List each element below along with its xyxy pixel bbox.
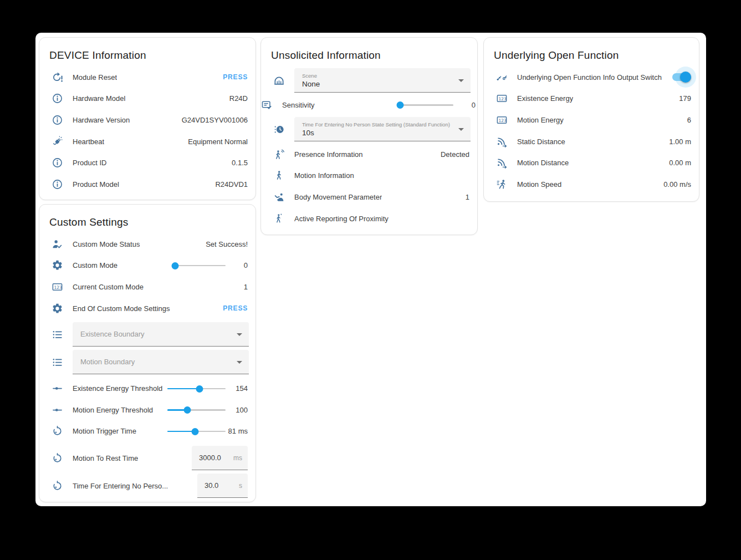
presence-information-label: Presence Information (294, 150, 363, 159)
existence-energy-threshold-row: Existence Energy Threshold 154 (52, 378, 248, 399)
no-person-time-input[interactable]: 30.0 s (197, 474, 248, 498)
existence-energy-threshold-label: Existence Energy Threshold (73, 384, 162, 393)
device-row-hardware-model: Hardware Model R24D (52, 88, 248, 110)
existence-energy-label: Existence Energy (517, 94, 573, 103)
motion-trigger-time-label: Motion Trigger Time (73, 427, 136, 435)
no-person-time-unit: s (239, 482, 242, 490)
body-movement-parameter-label: Body Movement Parameter (294, 193, 382, 201)
static-distance-row: Static Distance 1.00 m (496, 131, 691, 152)
heartbeat-value: Equipment Normal (183, 138, 248, 146)
sensitivity-slider-thumb[interactable] (397, 101, 404, 109)
motion-speed-row: Motion Speed 0.00 m/s (496, 174, 691, 195)
scene-arch-icon (273, 75, 285, 86)
custom-mode-label: Custom Mode (73, 261, 117, 269)
walk-waves-icon (273, 149, 285, 160)
chevron-down-icon (237, 361, 242, 364)
device-row-module-reset: Module Reset PRESS (52, 67, 248, 88)
scene-select-value: None (302, 80, 453, 88)
custom-settings-card: Custom Settings Custom Mode Status Set S… (39, 204, 256, 502)
motion-trigger-time-thumb[interactable] (192, 428, 199, 435)
motion-energy-row: Motion Energy 6 (496, 109, 691, 131)
end-custom-mode-row: End Of Custom Mode Settings PRESS (52, 298, 248, 319)
static-distance-value: 1.00 m (665, 138, 691, 146)
list-icon (52, 329, 63, 340)
motion-boundary-select[interactable]: Motion Boundary (73, 350, 249, 374)
info-icon (52, 157, 63, 169)
custom-mode-row: Custom Mode 0 (52, 255, 248, 277)
hardware-model-value: R24D (225, 94, 248, 103)
motion-speed-value: 0.00 m/s (659, 180, 691, 189)
motion-distance-row: Motion Distance 0.00 m (496, 152, 691, 174)
motion-energy-threshold-slider[interactable] (167, 406, 226, 414)
motion-information-label: Motion Information (294, 171, 354, 180)
active-reporting-proximity-label: Active Reporting Of Proximity (294, 215, 389, 223)
info-icon (52, 179, 63, 190)
device-row-hardware-version: Hardware Version G24VD1SYV001006 (52, 109, 248, 131)
numeric-counter-icon (496, 114, 508, 126)
custom-card-title: Custom Settings (39, 205, 255, 228)
sensitivity-label: Sensitivity (282, 101, 315, 109)
no-person-time-select[interactable]: Time For Entering No Person State Settin… (294, 117, 471, 141)
motion-speed-label: Motion Speed (517, 180, 561, 189)
motion-trigger-time-row: Motion Trigger Time 81 ms (52, 421, 248, 442)
existence-boundary-placeholder: Existence Boundary (80, 330, 231, 338)
underlying-output-toggle[interactable] (672, 72, 691, 83)
existence-boundary-select-row: Existence Boundary (39, 322, 255, 347)
existence-energy-row: Existence Energy 179 (496, 88, 691, 110)
device-information-card: DEVICE Information Module Reset PRESS Ha… (39, 37, 256, 200)
custom-mode-slider-thumb[interactable] (171, 262, 178, 269)
scene-select[interactable]: Scene None (294, 68, 471, 93)
body-movement-parameter-row: Body Movement Parameter 1 (273, 186, 469, 208)
restart-alert-icon (52, 72, 63, 83)
current-custom-mode-label: Current Custom Mode (73, 283, 144, 291)
timer-icon (52, 452, 63, 464)
heartbeat-label: Heartbeat (73, 138, 104, 146)
motion-to-rest-time-input[interactable]: 3000.0 ms (192, 446, 248, 470)
end-custom-mode-press-button[interactable]: PRESS (218, 304, 248, 312)
end-custom-mode-label: End Of Custom Mode Settings (73, 304, 170, 313)
existence-boundary-select[interactable]: Existence Boundary (73, 322, 249, 347)
motion-information-row: Motion Information (273, 165, 469, 187)
motion-to-rest-time-label: Motion To Rest Time (73, 454, 138, 462)
chevron-down-icon (237, 333, 242, 336)
chevron-down-icon (458, 128, 464, 131)
product-model-value: R24DVD1 (211, 180, 248, 189)
motion-trigger-time-slider[interactable] (167, 427, 226, 435)
presence-information-row: Presence Information Detected (273, 144, 469, 165)
product-id-label: Product ID (73, 159, 106, 167)
existence-energy-threshold-thumb[interactable] (196, 385, 203, 393)
scene-select-label: Scene (302, 73, 453, 79)
no-person-time-input-row: Time For Entering No Perso... 30.0 s (39, 472, 255, 500)
device-row-product-id: Product ID 0.1.5 (52, 152, 248, 174)
custom-mode-value: 0 (226, 261, 248, 269)
motion-boundary-select-row: Motion Boundary (39, 350, 255, 374)
existence-energy-threshold-slider[interactable] (167, 385, 226, 393)
module-reset-press-button[interactable]: PRESS (218, 73, 248, 81)
active-reporting-proximity-row: Active Reporting Of Proximity (273, 208, 469, 230)
slider-icon (52, 383, 63, 394)
underlying-switch-row: Underlying Open Function Info Output Swi… (496, 67, 691, 88)
motion-energy-label: Motion Energy (517, 116, 564, 124)
sensitivity-slider[interactable] (398, 101, 453, 109)
motion-to-rest-time-row: Motion To Rest Time 3000.0 ms (39, 444, 255, 472)
hardware-version-value: G24VD1SYV001006 (177, 116, 248, 124)
underlying-card-title: Underlying Open Function (484, 38, 699, 62)
static-distance-label: Static Distance (517, 138, 565, 146)
presence-information-value: Detected (436, 150, 469, 159)
motion-distance-label: Motion Distance (517, 159, 569, 167)
motion-boundary-placeholder: Motion Boundary (80, 358, 231, 366)
motion-energy-threshold-thumb[interactable] (183, 406, 191, 414)
walk-icon (273, 170, 285, 181)
underlying-open-function-card: Underlying Open Function Underlying Open… (483, 37, 699, 202)
custom-mode-slider[interactable] (173, 262, 226, 269)
device-card-title: DEVICE Information (39, 38, 255, 62)
sensitivity-row: Sensitivity 0 (261, 93, 477, 117)
no-person-time-input-label: Time For Entering No Perso... (73, 482, 168, 490)
custom-mode-status-label: Custom Mode Status (73, 240, 140, 248)
existence-energy-value: 179 (674, 94, 691, 103)
motion-energy-threshold-row: Motion Energy Threshold 100 (52, 399, 248, 421)
signal-distance-icon (496, 157, 508, 169)
underlying-switch-label: Underlying Open Function Info Output Swi… (517, 73, 662, 82)
chevron-down-icon (458, 79, 464, 82)
timer-icon (52, 480, 63, 492)
